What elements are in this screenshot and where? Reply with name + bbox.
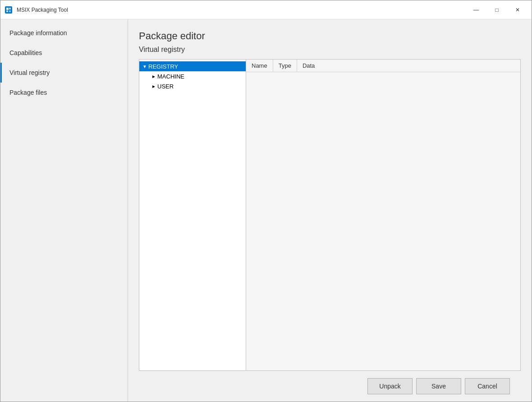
tree-item-user[interactable]: ► USER bbox=[148, 81, 246, 91]
cancel-button[interactable]: Cancel bbox=[465, 378, 510, 394]
main-window: MSIX Packaging Tool — □ ✕ Package inform… bbox=[0, 0, 532, 402]
sidebar-label-package-files: Package files bbox=[9, 89, 47, 96]
sidebar-item-package-files[interactable]: Package files bbox=[0, 83, 128, 102]
machine-label: MACHINE bbox=[157, 73, 184, 80]
title-bar: MSIX Packaging Tool — □ ✕ bbox=[0, 0, 532, 19]
content-area: Package editor Virtual registry ▼ REGIST… bbox=[128, 19, 532, 402]
unpack-button[interactable]: Unpack bbox=[367, 378, 413, 394]
svg-rect-4 bbox=[9, 10, 11, 12]
sidebar-item-virtual-registry[interactable]: Virtual registry bbox=[0, 63, 128, 83]
save-button[interactable]: Save bbox=[416, 378, 461, 394]
col-header-type[interactable]: Type bbox=[273, 60, 297, 72]
tree-item-registry[interactable]: ▼ REGISTRY bbox=[139, 61, 246, 71]
page-title: Package editor bbox=[139, 30, 521, 42]
col-header-data[interactable]: Data bbox=[297, 60, 320, 72]
details-panel: Name Type Data bbox=[246, 59, 521, 371]
sidebar-label-package-information: Package information bbox=[9, 29, 67, 37]
app-icon bbox=[4, 5, 13, 14]
close-button[interactable]: ✕ bbox=[507, 0, 528, 19]
maximize-button[interactable]: □ bbox=[486, 0, 507, 19]
svg-rect-3 bbox=[6, 10, 8, 12]
machine-expand-icon[interactable]: ► bbox=[150, 73, 157, 80]
sidebar-label-capabilities: Capabilities bbox=[9, 49, 42, 56]
svg-rect-2 bbox=[9, 8, 11, 9]
svg-rect-1 bbox=[6, 8, 9, 10]
tree-item-machine[interactable]: ► MACHINE bbox=[148, 71, 246, 81]
tree-children-registry: ► MACHINE ► USER bbox=[139, 71, 246, 91]
tree-panel[interactable]: ▼ REGISTRY ► MACHINE ► USER bbox=[139, 59, 246, 371]
col-header-name[interactable]: Name bbox=[246, 60, 273, 72]
details-body bbox=[246, 72, 520, 370]
window-controls: — □ ✕ bbox=[466, 0, 528, 19]
details-header: Name Type Data bbox=[246, 60, 520, 72]
registry-panel: ▼ REGISTRY ► MACHINE ► USER bbox=[139, 59, 521, 371]
sidebar: Package information Capabilities Virtual… bbox=[0, 19, 128, 402]
title-bar-text: MSIX Packaging Tool bbox=[17, 7, 466, 13]
footer: Unpack Save Cancel bbox=[139, 371, 521, 402]
main-layout: Package information Capabilities Virtual… bbox=[0, 19, 532, 402]
registry-collapse-icon[interactable]: ▼ bbox=[141, 63, 148, 70]
sidebar-item-capabilities[interactable]: Capabilities bbox=[0, 43, 128, 63]
sidebar-label-virtual-registry: Virtual registry bbox=[9, 69, 50, 76]
sidebar-item-package-information[interactable]: Package information bbox=[0, 23, 128, 43]
user-expand-icon[interactable]: ► bbox=[150, 83, 157, 90]
section-title: Virtual registry bbox=[139, 46, 521, 54]
minimize-button[interactable]: — bbox=[466, 0, 486, 19]
user-label: USER bbox=[157, 83, 174, 90]
registry-label: REGISTRY bbox=[148, 63, 178, 70]
